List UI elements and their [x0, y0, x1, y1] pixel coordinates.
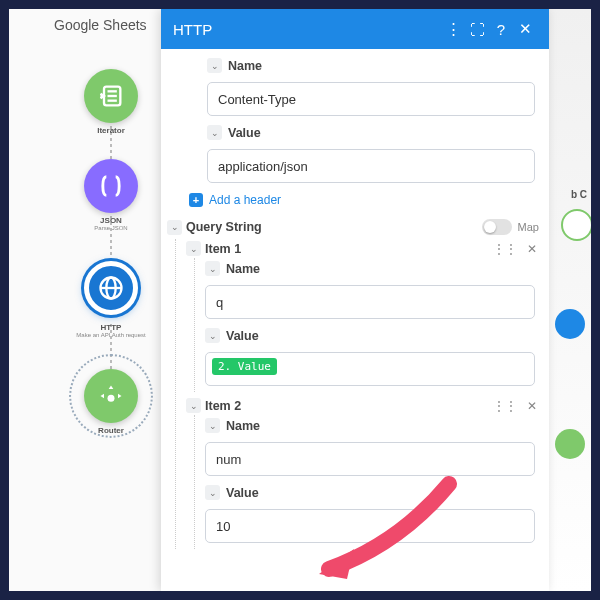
plus-icon: + — [189, 193, 203, 207]
header-value-label: Value — [228, 126, 261, 140]
add-header-label: Add a header — [209, 193, 281, 207]
node-json-sub: Parse JSON — [61, 225, 161, 231]
expand-icon[interactable]: ⛶ — [465, 21, 489, 38]
mapped-value-tag[interactable]: 2. Value — [212, 358, 277, 375]
item1-title: Item 1 — [205, 242, 241, 256]
chevron-down-icon[interactable]: ⌄ — [207, 125, 222, 140]
chevron-down-icon[interactable]: ⌄ — [205, 485, 220, 500]
query-string-label: Query String — [186, 220, 262, 234]
item2-title: Item 2 — [205, 399, 241, 413]
chevron-down-icon[interactable]: ⌄ — [186, 398, 201, 413]
panel-header: HTTP ⋮ ⛶ ? ✕ — [161, 9, 549, 49]
right-node-peek — [561, 209, 593, 241]
chevron-down-icon[interactable]: ⌄ — [205, 261, 220, 276]
help-icon[interactable]: ? — [489, 21, 513, 38]
map-label: Map — [518, 221, 539, 233]
add-header-button[interactable]: + Add a header — [189, 193, 281, 207]
item2-value-label: Value — [226, 486, 259, 500]
remove-item-icon[interactable]: ✕ — [527, 399, 537, 413]
workflow-canvas: Google Sheets Iterator JSON Parse JSON H… — [9, 9, 591, 591]
query-item-2-header: ⌄ Item 2 ⋮⋮ ✕ — [186, 392, 549, 415]
node-router-label: Router — [61, 426, 161, 435]
item1-name-label: Name — [226, 262, 260, 276]
header-name-input[interactable] — [207, 82, 535, 116]
remove-item-icon[interactable]: ✕ — [527, 242, 537, 256]
right-mini — [555, 309, 585, 339]
chevron-down-icon[interactable]: ⌄ — [207, 58, 222, 73]
drag-handle-icon[interactable]: ⋮⋮ — [493, 242, 517, 256]
item1-value-label: Value — [226, 329, 259, 343]
map-toggle[interactable]: Map — [482, 219, 539, 235]
right-mini — [555, 429, 585, 459]
item1-name-input[interactable] — [205, 285, 535, 319]
panel-title: HTTP — [173, 21, 441, 38]
item2-name-label: Name — [226, 419, 260, 433]
breadcrumb: Google Sheets — [54, 17, 147, 33]
node-json-label: JSON — [61, 216, 161, 225]
item1-value-input[interactable]: 2. Value — [205, 352, 535, 386]
chevron-down-icon[interactable]: ⌄ — [205, 418, 220, 433]
close-icon[interactable]: ✕ — [513, 20, 537, 38]
chevron-down-icon[interactable]: ⌄ — [167, 220, 182, 235]
item2-name-input[interactable] — [205, 442, 535, 476]
node-router[interactable] — [84, 369, 138, 423]
query-string-section: ⌄ Query String Map — [161, 215, 549, 239]
panel-body: ⌄ Name ⌄ Value + Add a header — [161, 49, 549, 591]
node-http-label: HTTP — [61, 323, 161, 332]
query-item-1-header: ⌄ Item 1 ⋮⋮ ✕ — [186, 239, 549, 258]
right-label: b C — [571, 189, 587, 200]
node-http-sub: Make an API Auth request — [61, 332, 161, 338]
http-config-panel: HTTP ⋮ ⛶ ? ✕ ⌄ Name ⌄ Value — [161, 9, 549, 591]
header-value-input[interactable] — [207, 149, 535, 183]
chevron-down-icon[interactable]: ⌄ — [186, 241, 201, 256]
svg-point-7 — [108, 395, 115, 402]
node-iterator[interactable] — [84, 69, 138, 123]
node-iterator-label: Iterator — [61, 126, 161, 135]
node-http[interactable] — [84, 261, 138, 315]
toggle-switch[interactable] — [482, 219, 512, 235]
header-name-label: Name — [228, 59, 262, 73]
more-icon[interactable]: ⋮ — [441, 20, 465, 38]
right-strip: b C — [549, 9, 591, 591]
drag-handle-icon[interactable]: ⋮⋮ — [493, 399, 517, 413]
chevron-down-icon[interactable]: ⌄ — [205, 328, 220, 343]
node-json[interactable] — [84, 159, 138, 213]
item2-value-input[interactable] — [205, 509, 535, 543]
